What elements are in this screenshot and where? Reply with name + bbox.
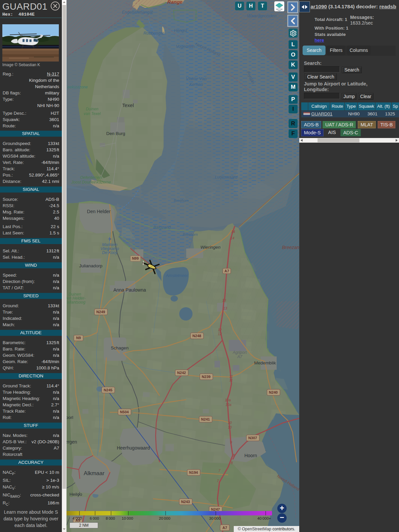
- svg-text:14: 14: [230, 236, 234, 240]
- svg-text:N245: N245: [104, 388, 112, 392]
- svg-text:Anna Paulowna: Anna Paulowna: [113, 287, 146, 293]
- svg-text:Heerhugowaard: Heerhugowaard: [117, 445, 150, 451]
- svg-text:Schagen: Schagen: [111, 345, 128, 350]
- svg-text:N241: N241: [201, 417, 210, 421]
- svg-text:11: 11: [229, 378, 233, 382]
- svg-text:Kerken: Kerken: [189, 82, 203, 87]
- svg-text:Texel: Texel: [122, 102, 134, 108]
- svg-text:N249: N249: [96, 310, 105, 314]
- svg-text:10a: 10a: [225, 398, 231, 402]
- svg-text:Oefenterrein: Oefenterrein: [80, 175, 102, 180]
- svg-text:Wieringen: Wieringen: [200, 245, 221, 250]
- svg-text:van Texel: van Texel: [84, 111, 101, 116]
- svg-text:eekustzone: eekustzone: [67, 85, 88, 89]
- svg-text:Breezand: Breezand: [282, 245, 299, 250]
- svg-text:8: 8: [233, 453, 235, 457]
- svg-text:14: 14: [231, 230, 235, 234]
- svg-text:N240: N240: [269, 390, 278, 394]
- svg-text:Agriport: Agriport: [232, 350, 247, 355]
- svg-text:8: 8: [231, 461, 233, 465]
- svg-text:Waardgronden: Waardgronden: [247, 13, 276, 18]
- svg-text:Vogelzwin: Vogelzwin: [176, 44, 195, 49]
- svg-text:Den Helder: Den Helder: [87, 209, 111, 214]
- svg-text:Medemblik: Medemblik: [254, 360, 276, 365]
- svg-text:N243: N243: [181, 500, 190, 504]
- svg-text:oorl: oorl: [66, 415, 73, 420]
- svg-text:Engelschmangat: Engelschmangat: [122, 10, 153, 15]
- svg-text:13: 13: [223, 306, 227, 310]
- svg-text:Duinen: Duinen: [86, 107, 98, 111]
- svg-text:N99: N99: [132, 256, 139, 260]
- svg-text:Balgzand: Balgzand: [153, 225, 171, 230]
- svg-text:Den Burg: Den Burg: [106, 131, 125, 136]
- svg-text:Amstelmeer: Amstelmeer: [166, 273, 189, 278]
- svg-text:N9: N9: [76, 336, 81, 340]
- svg-text:A7: A7: [237, 354, 243, 359]
- svg-text:Callantsoog: Callantsoog: [66, 300, 85, 305]
- svg-text:Heiloo: Heiloo: [69, 492, 82, 497]
- svg-text:10: 10: [228, 425, 232, 429]
- svg-text:N194: N194: [189, 470, 198, 474]
- svg-text:N239: N239: [202, 375, 210, 379]
- svg-text:A7: A7: [222, 526, 227, 530]
- svg-text:Robbengat: Robbengat: [143, 31, 164, 36]
- svg-text:Hengst: Hengst: [174, 28, 187, 33]
- svg-text:12: 12: [218, 328, 222, 332]
- svg-text:9: 9: [230, 440, 232, 444]
- svg-text:Range: Range: [167, 0, 183, 5]
- svg-text:10: 10: [228, 421, 232, 425]
- svg-text:Lutjeswaard: Lutjeswaard: [215, 175, 237, 180]
- svg-text:N307: N307: [248, 436, 257, 440]
- svg-text:A7: A7: [224, 269, 229, 273]
- svg-text:Vlakte Van: Vlakte Van: [186, 76, 206, 81]
- svg-text:N248: N248: [193, 334, 201, 338]
- svg-text:Breehorn: Breehorn: [174, 199, 189, 202]
- svg-text:ergen: ergen: [66, 439, 77, 445]
- svg-text:N242: N242: [177, 371, 186, 375]
- svg-text:✈: ✈: [108, 236, 112, 242]
- svg-text:Hoorn: Hoorn: [244, 453, 257, 458]
- svg-text:De Kooy: De Kooy: [102, 250, 118, 255]
- svg-text:Breehorn: Breehorn: [183, 232, 198, 236]
- svg-text:Julianadorp: Julianadorp: [79, 263, 102, 268]
- svg-text:N504: N504: [120, 410, 129, 414]
- svg-text:Alkmaar: Alkmaar: [84, 470, 105, 476]
- svg-text:13: 13: [222, 298, 226, 302]
- svg-text:10a: 10a: [225, 403, 231, 407]
- svg-text:12: 12: [218, 332, 222, 336]
- svg-text:Joost Dourleinkazerne: Joost Dourleinkazerne: [71, 180, 111, 185]
